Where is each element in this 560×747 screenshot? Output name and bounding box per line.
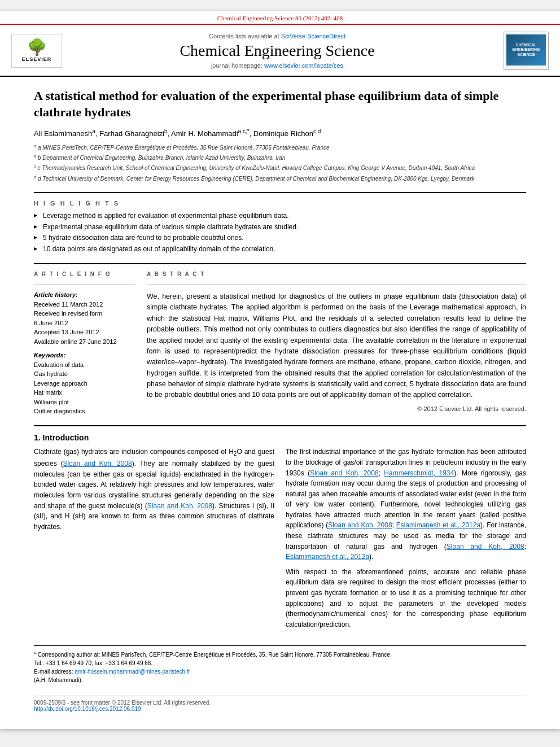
keyword-6: Outlier diagnostics [34, 407, 135, 416]
intro-left: Clathrate (gas) hydrates are inclusion c… [34, 447, 274, 634]
highlights-list: Leverage method is applied for evaluatio… [34, 211, 526, 254]
intro-left-text: Clathrate (gas) hydrates are inclusion c… [34, 447, 274, 532]
doi-link[interactable]: http://dx.doi.org/10.1016/j.ces.2012.06.… [34, 706, 141, 712]
author-eslamimanesh: Ali Eslamimanesh [34, 130, 92, 138]
ref-sloan-2008-1[interactable]: Sloan and Koh, 2008 [63, 460, 132, 468]
article-info: A R T I C L E I N F O Article history: R… [34, 271, 135, 416]
ref-sloan-2008-2[interactable]: Sloan and Koh, 2008 [147, 502, 212, 510]
authors-line: Ali Eslamimanesha, Farhad Gharagheizib, … [34, 128, 526, 138]
contents-line: Contents lists available at SciVerse Sci… [62, 33, 492, 40]
highlights-label: H I G H L I G H T S [34, 200, 526, 207]
intro-right-p1: The first industrial importance of the g… [286, 447, 526, 562]
elsevier-tree-icon: 🌳 [27, 40, 47, 55]
keyword-5: Williams plot [34, 398, 135, 407]
footnote-email-link[interactable]: amir-hossein.mohammadi@mines-paristech.f… [75, 669, 190, 675]
main-body: 1. Introduction Clathrate (gas) hydrates… [34, 433, 526, 634]
ref-sloan-2008-4[interactable]: Sloan and Koh, 2008 [328, 521, 392, 529]
article-title: A statistical method for evaluation of t… [34, 88, 526, 120]
divider-4 [147, 284, 526, 285]
article-info-label: A R T I C L E I N F O [34, 271, 135, 277]
abstract-text: We, herein, present a statistical method… [147, 291, 526, 414]
author-richon: Dominique Richon [253, 130, 313, 138]
affiliation-a: a a MINES ParisTech, CEP/TEP-Centre Éner… [34, 143, 526, 152]
date-received: Received 11 March 2012 [34, 300, 135, 309]
article-history-label: Article history: [34, 291, 135, 298]
keyword-2: Gas hydrate [34, 370, 135, 378]
abstract-column: A B S T R A C T We, herein, present a st… [147, 271, 526, 416]
article-content: A statistical method for evaluation of t… [0, 77, 560, 729]
author-mohammadi: Amir H. Mohammadi [171, 130, 238, 138]
divider-3 [34, 284, 135, 285]
highlight-3: 5 hydrate dissociation data are found to… [34, 233, 526, 243]
date-online: Available online 27 June 2012 [34, 338, 135, 346]
highlight-1: Leverage method is applied for evaluatio… [34, 211, 526, 221]
footnote-area: * Corresponding author at: MINES ParisTe… [34, 645, 526, 684]
bottom-issn: 0009-2509/$ - see front matter © 2012 El… [34, 700, 526, 706]
highlight-2: Experimental phase equilibrium data of v… [34, 222, 526, 232]
divider-2 [34, 263, 526, 264]
article-info-column: A R T I C L E I N F O Article history: R… [34, 271, 135, 416]
affiliation-d: d d Technical University of Denmark, Cen… [34, 174, 526, 183]
divider-1 [34, 192, 526, 193]
intro-columns: Clathrate (gas) hydrates are inclusion c… [34, 447, 526, 634]
journal-center: Contents lists available at SciVerse Sci… [62, 33, 492, 69]
ref-sloan-2008-3[interactable]: Sloan and Koh, 2008 [310, 469, 378, 477]
keywords-label: Keywords: [34, 352, 135, 359]
abstract-label: A B S T R A C T [147, 271, 526, 277]
ref-eslamimanesh-2012a-2[interactable]: Eslamimanesh et al., 2012a [286, 553, 369, 561]
footnote-star: * Corresponding author at: MINES ParisTe… [34, 650, 526, 659]
elsevier-logo: 🌳 ELSEVIER [11, 34, 62, 68]
keyword-3: Leverage approach [34, 379, 135, 388]
ces-logo-image: CHEMICAL ENGINEERING SCIENCE [506, 34, 546, 65]
highlights-section: H I G H L I G H T S Leverage method is a… [34, 200, 526, 254]
journal-title: Chemical Engineering Science [62, 42, 492, 60]
journal-header: 🌳 ELSEVIER Contents lists available at S… [0, 25, 560, 77]
intro-right: The first industrial importance of the g… [286, 447, 526, 634]
date-revised: 6 June 2012 [34, 319, 135, 327]
ref-eslamimanesh-2012a-1[interactable]: Eslamimanesh et al., 2012a [396, 521, 480, 529]
divider-5 [34, 425, 526, 426]
affiliation-c: c c Thermodynamics Research Unit, School… [34, 163, 526, 172]
footnote-name: (A.H. Mohammadi). [34, 676, 526, 684]
affiliation-b: b b Department of Chemical Engineering, … [34, 153, 526, 162]
intro-heading: 1. Introduction [34, 433, 526, 442]
footnote-tel: Tel.: +33 1 64 69 49 70; fax: +33 1 64 6… [34, 659, 526, 667]
copyright-notice: © 2012 Elsevier Ltd. All rights reserved… [147, 404, 526, 414]
keyword-4: Hat matrix [34, 388, 135, 397]
intro-heading-text: 1. Introduction [34, 433, 89, 442]
affiliations: a a MINES ParisTech, CEP/TEP-Centre Éner… [34, 143, 526, 183]
highlight-4: 10 data points are designated as out of … [34, 244, 526, 254]
homepage-link[interactable]: www.elsevier.com/locate/ces [264, 62, 343, 69]
journal-right-logo: CHEMICAL ENGINEERING SCIENCE [504, 32, 549, 70]
intro-right-p2: With respect to the aforementioned point… [286, 567, 526, 630]
bottom-doi: http://dx.doi.org/10.1016/j.ces.2012.06.… [34, 706, 526, 712]
sciverse-link[interactable]: SciVerse ScienceDirect [281, 33, 345, 40]
journal-citation: Chemical Engineering Science 80 (2012) 4… [217, 15, 343, 21]
journal-homepage: journal homepage: www.elsevier.com/locat… [62, 62, 492, 69]
keyword-1: Evaluation of data [34, 361, 135, 369]
footnote-email-label: E-mail address: [34, 669, 73, 675]
elsevier-wordmark: ELSEVIER [22, 56, 52, 62]
author-gharagheizi: Farhad Gharagheizi [99, 130, 164, 138]
ref-hammerschmidt[interactable]: Hammerschmidt, 1934 [384, 469, 454, 477]
date-accepted: Accepted 13 June 2012 [34, 328, 135, 337]
top-bar: Chemical Engineering Science 80 (2012) 4… [0, 11, 560, 25]
footer-bottom: 0009-2509/$ - see front matter © 2012 El… [34, 696, 526, 712]
footnote-email: E-mail address: amir-hossein.mohammadi@m… [34, 667, 526, 676]
info-abstract-section: A R T I C L E I N F O Article history: R… [34, 271, 526, 416]
date-revised-label: Received in revised form [34, 309, 135, 318]
ref-sloan-2008-5[interactable]: Sloan and Koh, 2008 [447, 543, 524, 551]
